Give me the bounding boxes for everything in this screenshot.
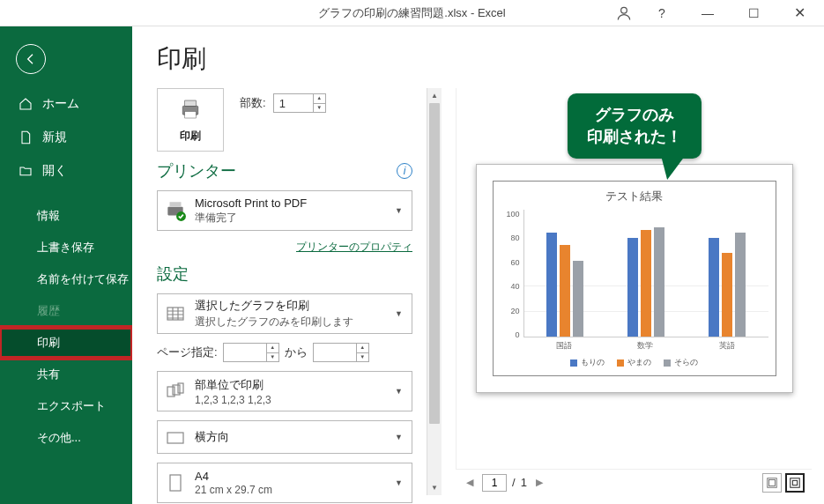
preview-footer: ◀ / 1 ▶: [456, 469, 812, 495]
settings-section-title: 設定: [157, 263, 412, 285]
settings-scrollbar[interactable]: ▲ ▼: [427, 88, 442, 495]
sidebar-item-print[interactable]: 印刷: [0, 328, 132, 358]
sidebar-item-history: 履歴: [0, 296, 132, 326]
titlebar: グラフの印刷の練習問題.xlsx - Excel ? — ☐ ✕: [0, 0, 824, 26]
svg-point-0: [621, 7, 627, 13]
next-page-button[interactable]: ▶: [532, 475, 546, 490]
sidebar-item-saveas[interactable]: 名前を付けて保存: [0, 264, 132, 294]
chevron-down-icon: ▼: [391, 309, 406, 318]
chart-title: テスト結果: [501, 189, 768, 204]
paper-dropdown[interactable]: A4 21 cm x 29.7 cm ▼: [157, 463, 412, 503]
sidebar-item-info[interactable]: 情報: [0, 201, 132, 231]
zoom-to-page-button[interactable]: [785, 473, 805, 493]
printer-dropdown[interactable]: Microsoft Print to PDF 準備完了 ▼: [157, 190, 412, 231]
page-total: 1: [521, 476, 527, 489]
annotation-callout: グラフのみ 印刷された！: [568, 93, 702, 180]
svg-rect-14: [769, 479, 776, 485]
sidebar-item-home[interactable]: ホーム: [0, 88, 132, 120]
user-icon[interactable]: [612, 2, 635, 25]
chart-bar: [709, 238, 719, 337]
chart-bar: [735, 233, 746, 337]
svg-rect-11: [167, 433, 183, 443]
chart: テスト結果 100806040200 国語数学英語 もりのやまのそらの: [493, 181, 776, 376]
chevron-down-icon: ▼: [391, 206, 406, 215]
minimize-button[interactable]: —: [688, 1, 727, 26]
print-what-dropdown[interactable]: 選択したグラフを印刷 選択したグラフのみを印刷します ▼: [157, 293, 412, 334]
svg-rect-2: [185, 100, 197, 106]
svg-rect-5: [170, 202, 182, 206]
collate-dropdown[interactable]: 部単位で印刷 1,2,3 1,2,3 1,2,3 ▼: [157, 371, 412, 411]
show-margins-button[interactable]: [762, 473, 782, 493]
chevron-down-icon: ▼: [391, 433, 406, 441]
settings-column: 印刷 部数: 1 ▲▼ プリンター i: [157, 88, 412, 495]
chart-plot-area: [523, 210, 768, 337]
copies-label: 部数:: [240, 95, 266, 111]
scroll-up-button[interactable]: ▲: [427, 88, 442, 103]
new-icon: [18, 130, 33, 145]
chart-bar: [641, 230, 651, 337]
preview-page: テスト結果 100806040200 国語数学英語 もりのやまのそらの: [476, 164, 793, 393]
collate-icon: [163, 379, 188, 404]
spinner-down[interactable]: ▼: [314, 104, 325, 113]
main-panel: 印刷 印刷 部数: 1 ▲▼: [132, 26, 824, 504]
sidebar-item-save[interactable]: 上書き保存: [0, 233, 132, 263]
copies-spinner[interactable]: 1 ▲▼: [273, 93, 326, 113]
page-title: 印刷: [157, 42, 812, 76]
sidebar-item-new[interactable]: 新規: [0, 122, 132, 153]
close-button[interactable]: ✕: [780, 1, 819, 26]
sidebar-label: 開く: [42, 163, 67, 179]
back-button[interactable]: [16, 44, 46, 74]
printer-section-title: プリンター: [157, 160, 236, 182]
home-icon: [18, 96, 33, 112]
chart-y-axis: 100806040200: [501, 210, 523, 352]
chart-bar: [546, 233, 557, 337]
sidebar-item-open[interactable]: 開く: [0, 155, 132, 187]
printer-properties-link[interactable]: プリンターのプロパティ: [296, 241, 412, 253]
orientation-dropdown[interactable]: 横方向 ▼: [157, 420, 412, 454]
print-button-label: 印刷: [180, 129, 201, 144]
backstage-sidebar: ホーム 新規 開く 情報 上書き保存 名前を付けて保存 履歴 印刷 共有 エクス…: [0, 26, 132, 504]
scroll-down-button[interactable]: ▼: [427, 480, 442, 495]
sidebar-item-other[interactable]: その他...: [0, 423, 132, 453]
sidebar-label: 新規: [42, 130, 67, 145]
page-number-input[interactable]: [482, 474, 507, 492]
svg-rect-15: [791, 478, 800, 487]
chart-bar: [627, 238, 638, 337]
print-button[interactable]: 印刷: [157, 88, 224, 152]
page-range-to-label: から: [285, 345, 308, 360]
chart-bar: [560, 245, 570, 337]
svg-rect-12: [170, 475, 181, 491]
chart-legend: もりのやまのそらの: [501, 357, 768, 368]
open-icon: [18, 163, 33, 179]
printer-icon: [177, 96, 204, 125]
chart-bar: [654, 227, 664, 337]
chart-x-axis: 国語数学英語: [523, 340, 768, 352]
svg-rect-16: [792, 480, 797, 485]
page-sep: /: [512, 476, 516, 489]
paper-icon: [163, 471, 188, 495]
chevron-down-icon: ▼: [391, 478, 406, 487]
chevron-down-icon: ▼: [391, 387, 406, 396]
sidebar-item-share[interactable]: 共有: [0, 359, 132, 389]
preview-pane: グラフのみ 印刷された！ テスト結果 100806040200: [456, 88, 812, 495]
chart-bar: [722, 253, 732, 337]
info-icon[interactable]: i: [397, 163, 412, 179]
page-to-spinner[interactable]: ▲▼: [313, 343, 369, 362]
printer-name: Microsoft Print to PDF: [195, 196, 384, 210]
chart-bar: [573, 261, 583, 337]
maximize-button[interactable]: ☐: [734, 1, 773, 26]
svg-rect-3: [185, 112, 197, 119]
spinner-up[interactable]: ▲: [314, 94, 325, 104]
prev-page-button[interactable]: ◀: [463, 475, 477, 490]
orientation-icon: [163, 425, 188, 449]
printer-status: 準備完了: [195, 211, 384, 226]
window-title: グラフの印刷の練習問題.xlsx - Excel: [318, 5, 505, 21]
scroll-thumb[interactable]: [429, 103, 440, 424]
page-range-label: ページ指定:: [157, 345, 218, 360]
page-from-spinner[interactable]: ▲▼: [223, 343, 279, 362]
print-selection-icon: [163, 301, 188, 326]
help-button[interactable]: ?: [642, 1, 681, 26]
sidebar-label: ホーム: [42, 96, 79, 112]
printer-status-icon: [163, 198, 188, 223]
sidebar-item-export[interactable]: エクスポート: [0, 391, 132, 421]
